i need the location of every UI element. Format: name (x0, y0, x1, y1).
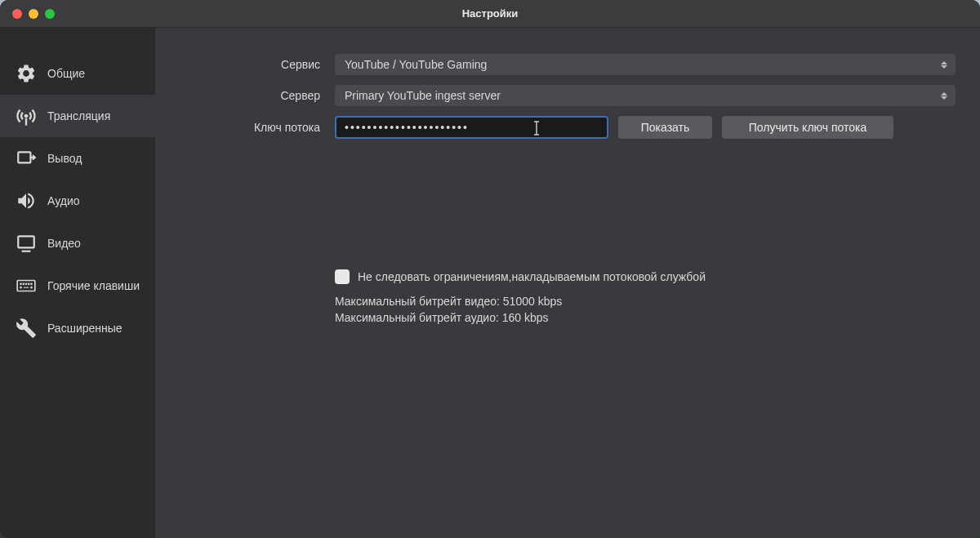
chevron-updown-icon (938, 87, 951, 104)
traffic-lights (0, 9, 55, 19)
sidebar-item-stream[interactable]: Трансляция (0, 95, 155, 137)
svg-point-5 (23, 283, 24, 284)
tools-icon (15, 317, 38, 340)
bitrate-info: Максимальный битрейт видео: 51000 kbps М… (335, 294, 956, 326)
server-select[interactable]: Primary YouTube ingest server (335, 85, 956, 106)
titlebar: Настройки (0, 0, 980, 28)
stream-key-input[interactable] (335, 116, 608, 139)
server-row: Сервер Primary YouTube ingest server (180, 85, 956, 106)
sidebar-item-video[interactable]: Видео (0, 222, 155, 265)
speaker-icon (15, 189, 38, 212)
antenna-icon (15, 104, 38, 127)
sidebar-item-audio[interactable]: Аудио (0, 180, 155, 222)
max-audio-bitrate-text: Максимальный битрейт аудио: 160 kbps (335, 310, 956, 327)
ignore-limits-row: Не следовать ограничениям,накладываемым … (335, 269, 956, 284)
service-value: YouTube / YouTube Gaming (345, 58, 487, 71)
get-stream-key-button[interactable]: Получить ключ потока (722, 116, 893, 139)
svg-rect-1 (18, 236, 34, 247)
sidebar-item-advanced[interactable]: Расширенные (0, 307, 155, 349)
streamkey-row: Ключ потока Показать Получить ключ поток… (180, 116, 956, 139)
window-title: Настройки (462, 7, 519, 20)
svg-point-9 (20, 287, 21, 288)
streamkey-label: Ключ потока (180, 121, 335, 134)
svg-point-8 (31, 283, 32, 284)
service-label: Сервис (180, 58, 335, 71)
settings-window: Настройки Общие Трансляция Вывод (0, 0, 980, 538)
max-video-bitrate-text: Максимальный битрейт видео: 51000 kbps (335, 294, 956, 310)
svg-point-6 (25, 283, 26, 284)
sidebar-item-label: Аудио (47, 194, 80, 207)
sidebar-item-label: Видео (47, 237, 81, 250)
minimize-window-button[interactable] (29, 9, 38, 19)
sidebar-item-output[interactable]: Вывод (0, 137, 155, 180)
maximize-window-button[interactable] (45, 9, 55, 19)
svg-point-7 (29, 283, 29, 284)
ignore-limits-label: Не следовать ограничениям,накладываемым … (358, 270, 706, 283)
sidebar-item-label: Горячие клавиши (47, 279, 140, 292)
sidebar-item-hotkeys[interactable]: Горячие клавиши (0, 265, 155, 307)
chevron-updown-icon (938, 56, 951, 73)
sidebar-item-label: Расширенные (47, 322, 122, 335)
close-window-button[interactable] (12, 9, 22, 19)
sidebar: Общие Трансляция Вывод Аудио (0, 28, 155, 538)
gear-icon (15, 62, 38, 85)
service-select[interactable]: YouTube / YouTube Gaming (335, 54, 956, 75)
monitor-icon (15, 232, 38, 255)
sidebar-item-label: Вывод (47, 152, 82, 165)
keyboard-icon (15, 274, 38, 297)
sidebar-item-label: Трансляция (47, 109, 110, 122)
show-key-button[interactable]: Показать (618, 116, 712, 139)
service-row: Сервис YouTube / YouTube Gaming (180, 54, 956, 75)
sidebar-item-label: Общие (47, 67, 85, 80)
ignore-limits-checkbox[interactable] (335, 269, 350, 284)
svg-point-11 (31, 287, 32, 288)
sidebar-item-general[interactable]: Общие (0, 52, 155, 95)
content-panel: Сервис YouTube / YouTube Gaming Сервер P… (155, 28, 980, 538)
body: Общие Трансляция Вывод Аудио (0, 28, 980, 538)
server-label: Сервер (180, 89, 335, 102)
output-icon (15, 147, 38, 170)
svg-rect-3 (17, 281, 35, 291)
svg-point-4 (20, 283, 21, 284)
server-value: Primary YouTube ingest server (345, 89, 501, 102)
svg-rect-0 (18, 152, 30, 162)
